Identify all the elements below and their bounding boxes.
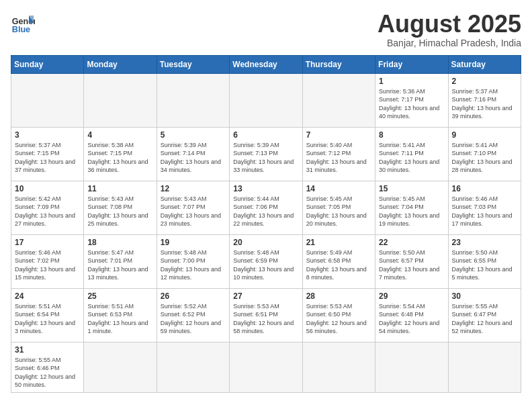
calendar-cell: 5Sunrise: 5:39 AM Sunset: 7:14 PM Daylig… bbox=[157, 127, 229, 181]
day-info: Sunrise: 5:39 AM Sunset: 7:13 PM Dayligh… bbox=[233, 141, 298, 175]
calendar-cell: 17Sunrise: 5:46 AM Sunset: 7:02 PM Dayli… bbox=[11, 234, 84, 288]
day-number: 1 bbox=[379, 77, 444, 86]
calendar-cell: 18Sunrise: 5:47 AM Sunset: 7:01 PM Dayli… bbox=[84, 234, 157, 288]
calendar-cell: 23Sunrise: 5:50 AM Sunset: 6:55 PM Dayli… bbox=[448, 234, 521, 288]
day-info: Sunrise: 5:46 AM Sunset: 7:03 PM Dayligh… bbox=[452, 195, 517, 228]
calendar-cell: 20Sunrise: 5:48 AM Sunset: 6:59 PM Dayli… bbox=[230, 234, 302, 288]
calendar-cell: 12Sunrise: 5:43 AM Sunset: 7:07 PM Dayli… bbox=[157, 181, 229, 234]
calendar-cell: 3Sunrise: 5:37 AM Sunset: 7:15 PM Daylig… bbox=[11, 127, 84, 181]
day-number: 21 bbox=[306, 238, 371, 247]
calendar-cell: 11Sunrise: 5:43 AM Sunset: 7:08 PM Dayli… bbox=[84, 181, 157, 234]
day-info: Sunrise: 5:50 AM Sunset: 6:57 PM Dayligh… bbox=[379, 248, 444, 282]
day-number: 19 bbox=[161, 238, 226, 247]
day-number: 10 bbox=[15, 184, 80, 193]
day-info: Sunrise: 5:43 AM Sunset: 7:08 PM Dayligh… bbox=[87, 195, 152, 228]
calendar-table: SundayMondayTuesdayWednesdayThursdayFrid… bbox=[11, 55, 521, 393]
calendar-week-row: 1Sunrise: 5:36 AM Sunset: 7:17 PM Daylig… bbox=[11, 73, 521, 127]
calendar-week-row: 31Sunrise: 5:55 AM Sunset: 6:46 PM Dayli… bbox=[11, 342, 521, 392]
day-number: 29 bbox=[379, 291, 444, 301]
day-info: Sunrise: 5:42 AM Sunset: 7:09 PM Dayligh… bbox=[15, 195, 80, 228]
calendar-cell bbox=[157, 73, 229, 127]
calendar-week-row: 10Sunrise: 5:42 AM Sunset: 7:09 PM Dayli… bbox=[11, 181, 521, 234]
day-number: 16 bbox=[452, 184, 517, 193]
day-info: Sunrise: 5:55 AM Sunset: 6:46 PM Dayligh… bbox=[15, 356, 80, 390]
location-subtitle: Banjar, Himachal Pradesh, India bbox=[378, 38, 521, 48]
calendar-cell: 14Sunrise: 5:45 AM Sunset: 7:05 PM Dayli… bbox=[302, 181, 375, 234]
weekday-header-friday: Friday bbox=[375, 55, 448, 73]
day-info: Sunrise: 5:37 AM Sunset: 7:16 PM Dayligh… bbox=[452, 87, 517, 121]
calendar-cell: 29Sunrise: 5:54 AM Sunset: 6:48 PM Dayli… bbox=[375, 288, 448, 342]
day-number: 14 bbox=[306, 184, 371, 193]
calendar-cell bbox=[230, 73, 302, 127]
day-number: 15 bbox=[379, 184, 444, 193]
day-info: Sunrise: 5:41 AM Sunset: 7:11 PM Dayligh… bbox=[379, 141, 444, 175]
calendar-cell: 2Sunrise: 5:37 AM Sunset: 7:16 PM Daylig… bbox=[448, 73, 521, 127]
page-header: General Blue August 2025 Banjar, Himacha… bbox=[11, 11, 521, 48]
calendar-cell: 6Sunrise: 5:39 AM Sunset: 7:13 PM Daylig… bbox=[230, 127, 302, 181]
day-number: 27 bbox=[233, 291, 298, 301]
day-info: Sunrise: 5:44 AM Sunset: 7:06 PM Dayligh… bbox=[233, 195, 298, 228]
calendar-cell: 16Sunrise: 5:46 AM Sunset: 7:03 PM Dayli… bbox=[448, 181, 521, 234]
calendar-week-row: 3Sunrise: 5:37 AM Sunset: 7:15 PM Daylig… bbox=[11, 127, 521, 181]
calendar-cell: 27Sunrise: 5:53 AM Sunset: 6:51 PM Dayli… bbox=[230, 288, 302, 342]
day-number: 11 bbox=[87, 184, 152, 193]
day-info: Sunrise: 5:43 AM Sunset: 7:07 PM Dayligh… bbox=[161, 195, 226, 228]
day-info: Sunrise: 5:53 AM Sunset: 6:51 PM Dayligh… bbox=[233, 302, 298, 336]
calendar-cell: 21Sunrise: 5:49 AM Sunset: 6:58 PM Dayli… bbox=[302, 234, 375, 288]
day-number: 30 bbox=[452, 291, 517, 301]
month-title: August 2025 bbox=[378, 11, 521, 38]
calendar-cell: 30Sunrise: 5:55 AM Sunset: 6:47 PM Dayli… bbox=[448, 288, 521, 342]
weekday-header-row: SundayMondayTuesdayWednesdayThursdayFrid… bbox=[11, 55, 521, 73]
calendar-cell bbox=[84, 342, 157, 392]
calendar-cell bbox=[302, 342, 375, 392]
day-number: 7 bbox=[306, 130, 371, 140]
day-info: Sunrise: 5:46 AM Sunset: 7:02 PM Dayligh… bbox=[15, 248, 80, 282]
day-info: Sunrise: 5:55 AM Sunset: 6:47 PM Dayligh… bbox=[452, 302, 517, 336]
calendar-cell: 1Sunrise: 5:36 AM Sunset: 7:17 PM Daylig… bbox=[375, 73, 448, 127]
day-number: 28 bbox=[306, 291, 371, 301]
day-info: Sunrise: 5:49 AM Sunset: 6:58 PM Dayligh… bbox=[306, 248, 371, 282]
calendar-cell: 10Sunrise: 5:42 AM Sunset: 7:09 PM Dayli… bbox=[11, 181, 84, 234]
calendar-cell: 22Sunrise: 5:50 AM Sunset: 6:57 PM Dayli… bbox=[375, 234, 448, 288]
calendar-cell: 26Sunrise: 5:52 AM Sunset: 6:52 PM Dayli… bbox=[157, 288, 229, 342]
calendar-cell bbox=[230, 342, 302, 392]
day-info: Sunrise: 5:38 AM Sunset: 7:15 PM Dayligh… bbox=[87, 141, 152, 175]
day-number: 18 bbox=[87, 238, 152, 247]
title-area: August 2025 Banjar, Himachal Pradesh, In… bbox=[378, 11, 521, 48]
day-number: 9 bbox=[452, 130, 517, 140]
calendar-cell: 13Sunrise: 5:44 AM Sunset: 7:06 PM Dayli… bbox=[230, 181, 302, 234]
day-info: Sunrise: 5:41 AM Sunset: 7:10 PM Dayligh… bbox=[452, 141, 517, 175]
day-info: Sunrise: 5:50 AM Sunset: 6:55 PM Dayligh… bbox=[452, 248, 517, 282]
calendar-cell: 25Sunrise: 5:51 AM Sunset: 6:53 PM Dayli… bbox=[84, 288, 157, 342]
svg-text:Blue: Blue bbox=[12, 25, 30, 34]
day-number: 6 bbox=[233, 130, 298, 140]
day-number: 24 bbox=[15, 291, 80, 301]
weekday-header-monday: Monday bbox=[84, 55, 157, 73]
day-number: 12 bbox=[161, 184, 226, 193]
day-number: 5 bbox=[161, 130, 226, 140]
day-number: 17 bbox=[15, 238, 80, 247]
day-info: Sunrise: 5:36 AM Sunset: 7:17 PM Dayligh… bbox=[379, 87, 444, 121]
day-info: Sunrise: 5:37 AM Sunset: 7:15 PM Dayligh… bbox=[15, 141, 80, 175]
weekday-header-tuesday: Tuesday bbox=[157, 55, 229, 73]
day-info: Sunrise: 5:40 AM Sunset: 7:12 PM Dayligh… bbox=[306, 141, 371, 175]
day-info: Sunrise: 5:48 AM Sunset: 6:59 PM Dayligh… bbox=[233, 248, 298, 282]
day-number: 23 bbox=[452, 238, 517, 247]
logo: General Blue bbox=[11, 11, 35, 35]
calendar-cell bbox=[84, 73, 157, 127]
day-info: Sunrise: 5:51 AM Sunset: 6:54 PM Dayligh… bbox=[15, 302, 80, 336]
day-number: 26 bbox=[161, 291, 226, 301]
day-info: Sunrise: 5:45 AM Sunset: 7:05 PM Dayligh… bbox=[306, 195, 371, 228]
calendar-week-row: 17Sunrise: 5:46 AM Sunset: 7:02 PM Dayli… bbox=[11, 234, 521, 288]
day-number: 13 bbox=[233, 184, 298, 193]
day-info: Sunrise: 5:47 AM Sunset: 7:01 PM Dayligh… bbox=[87, 248, 152, 282]
calendar-cell: 19Sunrise: 5:48 AM Sunset: 7:00 PM Dayli… bbox=[157, 234, 229, 288]
day-info: Sunrise: 5:39 AM Sunset: 7:14 PM Dayligh… bbox=[161, 141, 226, 175]
day-number: 4 bbox=[87, 130, 152, 140]
calendar-cell: 4Sunrise: 5:38 AM Sunset: 7:15 PM Daylig… bbox=[84, 127, 157, 181]
calendar-cell bbox=[11, 73, 84, 127]
calendar-cell: 31Sunrise: 5:55 AM Sunset: 6:46 PM Dayli… bbox=[11, 342, 84, 392]
day-number: 22 bbox=[379, 238, 444, 247]
day-info: Sunrise: 5:48 AM Sunset: 7:00 PM Dayligh… bbox=[161, 248, 226, 282]
day-number: 2 bbox=[452, 77, 517, 86]
